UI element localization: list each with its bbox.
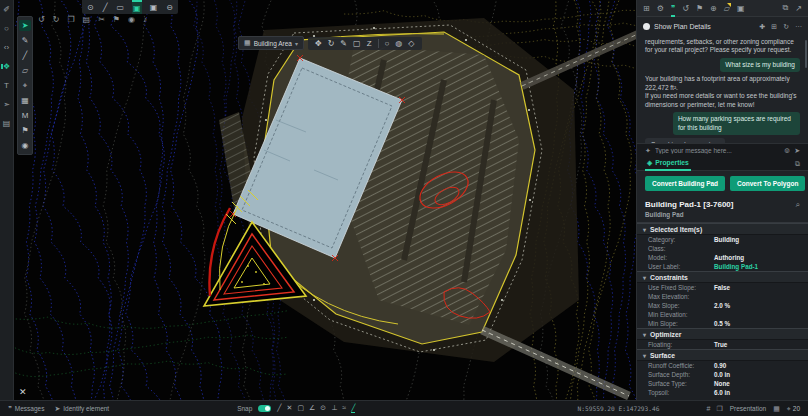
zigzag-edge-icon[interactable]: Z: [367, 39, 372, 48]
selection-type-dropdown[interactable]: ▦ Building Area ▾: [238, 36, 304, 50]
text-tool-icon[interactable]: T: [4, 81, 9, 90]
search-icon[interactable]: ⌕: [796, 200, 800, 210]
grid-tool-icon[interactable]: ▦: [19, 95, 31, 106]
item-title: Building Pad-1 [3-7600]: [645, 200, 733, 209]
select-tool-icon[interactable]: ➤: [19, 20, 31, 31]
ellipse-tool-icon[interactable]: ○: [4, 24, 9, 33]
snap-perpendicular-icon[interactable]: ⊥: [331, 404, 337, 413]
grid-icon[interactable]: ⊞: [771, 23, 777, 31]
measure-tool-icon[interactable]: M: [19, 110, 31, 121]
rotate-icon[interactable]: ↻: [328, 39, 335, 48]
section-header-optimizer[interactable]: ▾Optimizer: [637, 328, 808, 340]
surface-view-icon[interactable]: ▣: [132, 0, 142, 14]
markup-icon[interactable]: ⚑: [113, 15, 120, 24]
property-row[interactable]: Max Slope:2.0 %: [637, 301, 808, 310]
message-input[interactable]: [655, 147, 780, 154]
undo-icon[interactable]: ↺: [38, 15, 45, 24]
grid-small-icon[interactable]: #: [707, 405, 711, 413]
layers-panel-icon[interactable]: ▤: [83, 15, 91, 24]
snap-intersection-icon[interactable]: ✕: [287, 404, 293, 413]
property-row[interactable]: Surface Depth:0.0 in: [637, 370, 808, 379]
tab-properties[interactable]: ◈ Properties: [645, 157, 691, 171]
diamond-icon[interactable]: ◇: [408, 39, 414, 48]
presentation-mode-label[interactable]: Presentation: [730, 405, 767, 412]
line-tool-icon[interactable]: ╱: [19, 50, 31, 61]
audio-icon[interactable]: ♪: [143, 15, 147, 24]
section-header-constraints[interactable]: ▾Constraints: [637, 271, 808, 283]
polygon-tool-icon[interactable]: ▱: [19, 65, 31, 76]
flag-icon[interactable]: ⚑: [696, 0, 703, 17]
scale-icon[interactable]: ▢: [353, 39, 361, 48]
move-icon[interactable]: ✥: [315, 39, 322, 48]
property-row[interactable]: Min Slope:0.5 %: [637, 319, 808, 328]
refresh-icon[interactable]: ↻: [783, 23, 789, 31]
folder-flagged-icon[interactable]: ▱: [724, 0, 730, 17]
expand-panel-icon[interactable]: ⧉: [795, 160, 800, 168]
style-paint-icon[interactable]: ❖: [3, 62, 10, 71]
code-tool-icon[interactable]: ‹›: [4, 43, 9, 52]
convert-building-pad-button[interactable]: Convert Building Pad: [645, 176, 725, 191]
convert-to-polygon-button[interactable]: Convert To Polygon: [730, 176, 805, 191]
cut-icon[interactable]: ✂: [98, 15, 105, 24]
property-row[interactable]: Floating:True: [637, 340, 808, 349]
history-icon[interactable]: ↺: [682, 0, 689, 17]
chat-history[interactable]: requirements, setbacks, or other zoning …: [637, 36, 808, 143]
settings-gear-icon[interactable]: ⚙: [657, 0, 664, 17]
offset-icon[interactable]: ○: [385, 39, 390, 48]
contrast-icon[interactable]: ⊖: [165, 0, 174, 14]
property-row[interactable]: Category:Building: [637, 235, 808, 244]
property-row[interactable]: Min Elevation:: [637, 310, 808, 319]
snap-endpoint-icon[interactable]: ▢: [297, 404, 304, 413]
redo-icon[interactable]: ↻: [53, 15, 60, 24]
apps-icon[interactable]: ⊞: [643, 0, 650, 17]
external-link-icon[interactable]: ↗: [795, 0, 802, 17]
edit-vertices-icon[interactable]: ✎: [340, 39, 347, 48]
box-icon[interactable]: ▣: [737, 0, 745, 17]
chat-icon[interactable]: ❞: [671, 0, 675, 17]
snap-toggle[interactable]: [258, 405, 271, 412]
snap-nearest-icon[interactable]: ≈: [342, 404, 346, 413]
new-chat-icon[interactable]: ✚: [759, 23, 765, 31]
archive-tool-icon[interactable]: ▤: [3, 119, 11, 128]
section-header-selected-item-s-[interactable]: ▾Selected Item(s): [637, 223, 808, 235]
more-icon[interactable]: ⋯: [795, 23, 802, 31]
presentation-grid-icon[interactable]: ▦: [773, 405, 780, 413]
snap-center-icon[interactable]: ⊙: [320, 404, 326, 413]
send-icon[interactable]: ➤: [794, 147, 800, 155]
layers-view-icon[interactable]: ▣: [149, 0, 159, 14]
pencil-tool-icon[interactable]: ✎: [19, 35, 31, 46]
rect-select-icon[interactable]: ▭: [116, 0, 126, 14]
property-row[interactable]: Model:Authoring: [637, 253, 808, 262]
identify-element-status: ➤ Identify element: [54, 405, 109, 413]
snap-angle-icon[interactable]: ∠: [309, 404, 315, 413]
origin-icon[interactable]: ⊙: [86, 0, 95, 14]
popout-icon[interactable]: ⧉: [783, 0, 789, 17]
property-row[interactable]: User Label:Building Pad-1: [637, 262, 808, 271]
properties-icon: ◈: [647, 159, 652, 167]
flag-tool-icon[interactable]: ⚑: [19, 125, 31, 136]
circle-tool-icon[interactable]: ◉: [19, 140, 31, 151]
property-row[interactable]: Use Fixed Slope:False: [637, 283, 808, 292]
target-icon[interactable]: ◉: [128, 15, 135, 24]
chat-scrollbar[interactable]: [805, 40, 807, 68]
property-row[interactable]: Topsoil:6.0 in: [637, 388, 808, 397]
property-row[interactable]: Runoff Coefficie:0.90: [637, 361, 808, 370]
property-row[interactable]: Surface Type:None: [637, 379, 808, 388]
layout-icon[interactable]: ❐: [716, 405, 722, 413]
annotate-pen-icon[interactable]: ✐: [3, 5, 10, 14]
add-icon[interactable]: ⊕: [710, 0, 717, 17]
mask-icon[interactable]: ◍: [395, 39, 402, 48]
map-canvas[interactable]: ➤✎╱▱⌖▦M⚑◉ ↺↻❐▤✂⚑◉♪ ⊙╱▭▣▣⊖ ▦ Building Are…: [14, 0, 636, 400]
property-row[interactable]: Max Elevation:: [637, 292, 808, 301]
snap-parallel-icon[interactable]: ╱: [351, 404, 355, 413]
zoom-control[interactable]: ⌖ 20: [787, 405, 800, 413]
pointer-tool-icon[interactable]: ➣: [3, 100, 10, 109]
snap-line-icon[interactable]: ╱: [277, 404, 281, 413]
mention-icon[interactable]: ⊚: [784, 147, 790, 155]
messages-button[interactable]: ❞ Messages: [8, 405, 44, 413]
section-header-surface[interactable]: ▾Surface: [637, 349, 808, 361]
property-row[interactable]: Class:: [637, 244, 808, 253]
copy-icon[interactable]: ❐: [67, 15, 74, 24]
slope-icon[interactable]: ╱: [102, 0, 109, 14]
snap-point-tool-icon[interactable]: ⌖: [19, 80, 31, 91]
